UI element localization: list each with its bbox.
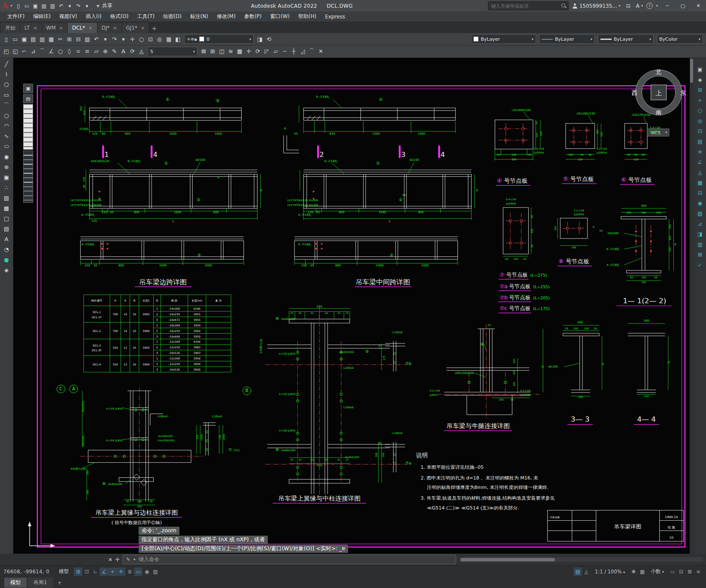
minimize-button[interactable]: ─ — [661, 1, 673, 11]
tab-close-icon[interactable]: × — [59, 25, 63, 31]
region-icon[interactable]: □ — [1, 214, 12, 223]
menu-modify[interactable]: 修改(M) — [213, 12, 239, 21]
redo-dropdown-icon[interactable]: ▾ — [119, 34, 128, 44]
file-tab-start[interactable]: 开始 — [1, 23, 20, 33]
material-icon[interactable]: ▧ — [695, 209, 705, 218]
horizontal-scrollbar[interactable] — [459, 557, 703, 562]
polar-tracking-icon[interactable]: ∠ — [100, 567, 108, 576]
help-chevron-icon[interactable]: ▾ — [656, 4, 658, 8]
ortho-icon[interactable]: ∟ — [91, 567, 100, 576]
move-icon[interactable]: ✛ — [244, 47, 253, 56]
fullscreen-icon[interactable]: ▣ — [695, 65, 705, 74]
palette-button[interactable]: ▣ — [23, 84, 33, 93]
linetype-dropdown[interactable]: ByLayer ▾ — [539, 34, 595, 44]
dynamic-input-icon[interactable]: ▭ — [134, 567, 142, 576]
shade-icon[interactable]: ◨ — [695, 229, 705, 238]
angle-tool-icon[interactable]: ∠ — [695, 157, 705, 166]
draworder-back-icon[interactable]: ◱ — [11, 47, 20, 56]
dim-linear-icon[interactable]: ⌐ — [20, 47, 29, 56]
transparency-icon[interactable]: ▨ — [151, 567, 160, 576]
model-space-button[interactable]: 模型 — [55, 568, 72, 575]
palette-button-2[interactable]: ▤ — [23, 94, 33, 103]
scrollbar-thumb[interactable] — [461, 558, 555, 561]
dim-aligned-icon[interactable]: ⊿ — [29, 47, 38, 56]
mtext-icon[interactable]: A — [1, 234, 12, 244]
tolerance-icon[interactable]: ▱ — [92, 47, 101, 56]
point-style-icon[interactable]: ● — [1, 255, 12, 265]
app-menu-chevron-icon[interactable]: ▾ — [10, 4, 12, 8]
menu-view[interactable]: 视图(V) — [55, 12, 81, 21]
plot-icon[interactable]: ▤ — [29, 34, 38, 44]
erase-icon[interactable]: ⊠ — [199, 47, 208, 56]
customization-icon[interactable]: ≡ — [694, 567, 703, 576]
dim-text-edit-icon[interactable]: A — [119, 47, 128, 56]
layer-properties-icon[interactable]: ▦ — [164, 34, 173, 44]
chamfer-icon[interactable]: ◿ — [298, 47, 307, 56]
dim-edit-icon[interactable]: ✎ — [110, 47, 119, 56]
redo-icon[interactable]: ↷ — [74, 2, 82, 10]
center-tool-icon[interactable]: ⌖ — [695, 96, 705, 105]
menu-insert[interactable]: 插入(I) — [82, 12, 106, 21]
collapse-icon[interactable]: ⊟ — [695, 188, 705, 197]
file-tab-dcl[interactable]: DCL*× — [68, 23, 97, 33]
command-tools-icon[interactable]: ✎ — [126, 557, 130, 562]
compass-up[interactable]: 上 — [655, 89, 662, 96]
zoom-realtime-icon[interactable]: ○ — [137, 34, 146, 44]
menu-tools[interactable]: 工具(T) — [133, 12, 159, 21]
tab-close-icon[interactable]: × — [141, 25, 145, 31]
make-block-icon[interactable]: ▣ — [1, 172, 12, 182]
slope-icon[interactable]: ⊿ — [695, 219, 705, 228]
polygon-icon[interactable]: ⬠ — [1, 80, 12, 90]
layer-walk-icon[interactable]: ▥ — [695, 240, 705, 249]
array-icon[interactable]: ▦ — [235, 47, 244, 56]
lineweight-dropdown[interactable]: ByLayer ▾ — [598, 34, 654, 44]
dim-arc-icon[interactable]: ⌒ — [38, 47, 47, 56]
grid-icon[interactable]: ⊞ — [74, 567, 82, 576]
dim-angular-icon[interactable]: ∠ — [47, 47, 56, 56]
workspace-gear-icon[interactable]: ✱ — [629, 567, 638, 576]
layer-lock-icon[interactable]: ▪ — [194, 37, 197, 42]
table-icon[interactable]: ▤ — [1, 224, 12, 234]
wipeout-icon[interactable]: ◔ — [1, 244, 12, 254]
sheet-set-icon[interactable]: ▤ — [695, 137, 705, 146]
stretch-icon[interactable]: ▱ — [271, 47, 280, 56]
dim-style-icon[interactable]: ◬ — [137, 47, 146, 56]
menu-help[interactable]: 帮助(H) — [294, 12, 320, 21]
explode-icon[interactable]: ✕ — [316, 47, 325, 56]
open-icon[interactable]: ▭ — [22, 2, 31, 10]
units-button[interactable]: 小数 ▾ — [648, 568, 667, 575]
file-tab-wm[interactable]: WM× — [42, 23, 68, 33]
command-chevron-icon[interactable]: ▾ — [133, 558, 135, 561]
autoscale-icon[interactable]: ◬ — [582, 567, 591, 576]
polyline-icon[interactable]: ⌇ — [1, 69, 12, 79]
offset-icon[interactable]: ≋ — [226, 47, 235, 56]
redo-icon[interactable]: ↷ — [110, 34, 119, 44]
file-tab-gj1[interactable]: GJ1*× — [122, 23, 150, 33]
osnap-tracking-icon[interactable]: ✛ — [117, 567, 125, 576]
layer-on-icon[interactable]: ☀ — [187, 37, 191, 42]
line-icon[interactable]: ╱ — [1, 59, 12, 69]
selection-cycling-icon[interactable]: ◉ — [142, 567, 151, 576]
model-tab[interactable]: 模型 — [4, 578, 27, 588]
close-command-icon[interactable]: ✕ — [108, 557, 112, 563]
vertical-scrollbar[interactable] — [690, 58, 694, 554]
menu-dimension[interactable]: 标注(N) — [186, 12, 212, 21]
revcloud-icon[interactable]: ◠ — [1, 121, 12, 131]
quick-properties-icon[interactable]: ▭ — [668, 567, 677, 576]
docked-palette[interactable]: ▣ ▤ — [23, 84, 33, 203]
menu-window[interactable]: 窗口(W) — [267, 12, 294, 21]
helix-icon[interactable]: ◈ — [1, 265, 12, 275]
draworder-front-icon[interactable]: ◰ — [2, 47, 11, 56]
compass-west[interactable]: 西 — [632, 89, 638, 96]
zoom-previous-icon[interactable]: ◎ — [155, 34, 164, 44]
layout1-tab[interactable]: 布局1 — [27, 578, 53, 588]
measure-icon[interactable]: ≋ — [695, 147, 705, 156]
menu-edit[interactable]: 编辑(E) — [29, 12, 55, 21]
ellipse-icon[interactable]: ⬭ — [1, 142, 12, 151]
layer-dropdown[interactable]: ☀❄▪ 0 ▾ — [184, 34, 254, 44]
lineweight-icon[interactable]: ≣ — [125, 567, 134, 576]
saveas-icon[interactable]: ▤ — [39, 2, 48, 10]
view-compass[interactable]: 北 南 西 东 上 — [632, 68, 686, 116]
hatch-icon[interactable]: ▨ — [1, 193, 12, 203]
osnap-icon[interactable]: ⌖ — [108, 567, 117, 576]
